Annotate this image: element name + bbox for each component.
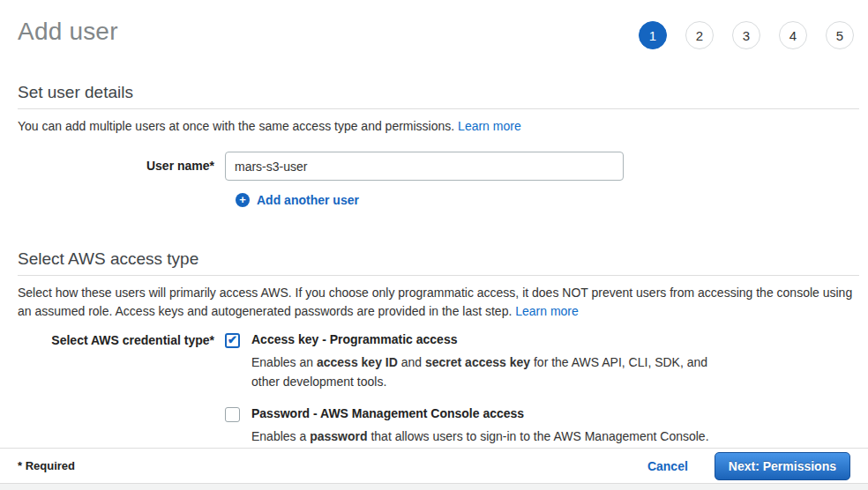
page-background-strip xyxy=(0,484,868,490)
user-details-intro: You can add multiple users at once with … xyxy=(18,117,859,136)
option-access-key: Access key - Programmatic access Enables… xyxy=(225,332,738,391)
plus-circle-icon[interactable]: + xyxy=(236,193,250,207)
access-type-section: Select AWS access type Select how these … xyxy=(0,249,868,446)
step-4: 4 xyxy=(779,21,807,49)
access-key-option-description: Enables an access key ID and secret acce… xyxy=(251,353,738,391)
username-label: User name* xyxy=(18,152,225,181)
username-input[interactable] xyxy=(225,152,624,181)
credential-options: Access key - Programmatic access Enables… xyxy=(225,332,738,446)
cancel-button[interactable]: Cancel xyxy=(647,459,688,473)
access-type-heading: Select AWS access type xyxy=(18,249,859,269)
wizard-header: Add user 1 2 3 4 5 xyxy=(0,0,868,49)
wizard-footer: * Required Cancel Next: Permissions xyxy=(0,448,868,484)
option-body: Access key - Programmatic access Enables… xyxy=(251,332,738,391)
add-user-wizard: Add user 1 2 3 4 5 Set user details You … xyxy=(0,0,868,490)
credential-type-row: Select AWS credential type* Access key -… xyxy=(18,332,859,446)
step-1: 1 xyxy=(639,21,667,49)
section-divider xyxy=(18,275,859,276)
step-2: 2 xyxy=(685,21,714,49)
password-option-title: Password - AWS Management Console access xyxy=(251,406,709,420)
add-another-user-button[interactable]: + Add another user xyxy=(236,193,359,207)
access-key-checkbox[interactable] xyxy=(225,333,240,348)
step-5: 5 xyxy=(826,21,854,49)
add-another-user-label: Add another user xyxy=(257,193,359,207)
password-checkbox[interactable] xyxy=(225,407,240,422)
password-option-description: Enables a password that allows users to … xyxy=(251,427,709,446)
username-row: User name* xyxy=(18,152,859,181)
step-3: 3 xyxy=(732,21,760,49)
user-details-heading: Set user details xyxy=(18,83,859,102)
intro-text: Select how these users will primarily ac… xyxy=(18,286,852,318)
intro-text: You can add multiple users at once with … xyxy=(18,119,454,133)
user-details-section: Set user details You can add multiple us… xyxy=(0,83,868,207)
next-permissions-button[interactable]: Next: Permissions xyxy=(715,452,850,480)
section-divider xyxy=(18,108,859,109)
learn-more-link[interactable]: Learn more xyxy=(458,119,521,133)
access-type-intro: Select how these users will primarily ac… xyxy=(18,284,859,321)
option-body: Password - AWS Management Console access… xyxy=(251,406,709,446)
access-key-option-title: Access key - Programmatic access xyxy=(251,332,738,346)
page-title: Add user xyxy=(18,18,118,46)
credential-type-label: Select AWS credential type* xyxy=(18,332,225,446)
wizard-step-indicator: 1 2 3 4 5 xyxy=(639,21,854,49)
option-password: Password - AWS Management Console access… xyxy=(225,406,738,446)
learn-more-link[interactable]: Learn more xyxy=(515,304,579,318)
required-note: * Required xyxy=(18,459,75,472)
